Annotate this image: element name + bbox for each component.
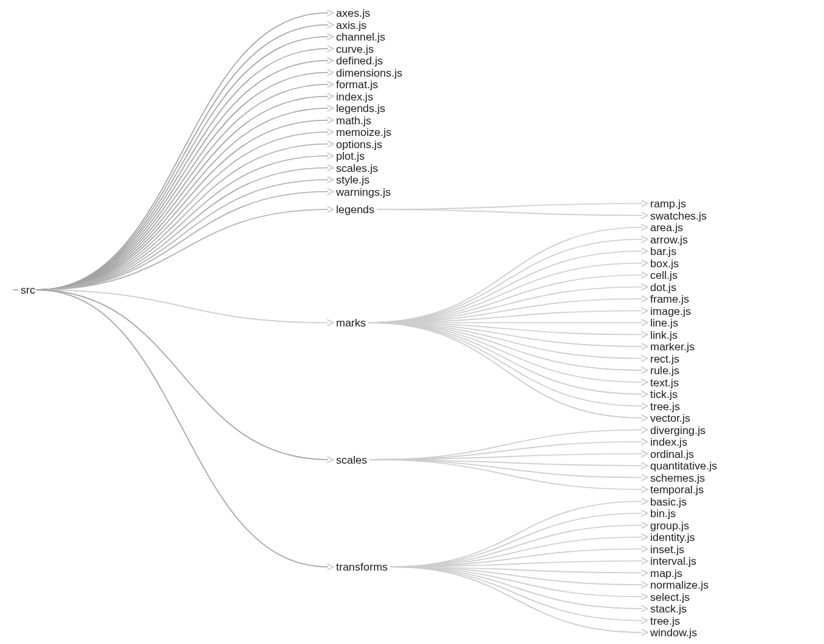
arrow-icon [642,249,648,254]
tree-link [37,37,328,290]
arrow-icon [642,618,648,623]
node-file-rect-js: rect.js [650,354,679,365]
arrow-icon [642,487,648,493]
tree-link [37,132,328,290]
tree-link [37,156,328,290]
node-file-tree-js: tree.js [650,616,680,627]
arrow-icon [328,129,333,135]
node-folder-transforms: transforms [336,562,388,573]
node-file-interval-js: interval.js [650,556,697,567]
node-file-axis-js: axis.js [336,20,366,31]
tree-link [368,323,642,418]
node-file-identity-js: identity.js [650,532,695,543]
arrow-icon [642,475,648,480]
arrow-icon [642,498,648,504]
node-file-window-js: window.js [650,627,697,638]
arrow-icon [328,177,333,183]
arrow-icon [642,236,648,242]
tree-link [368,323,642,335]
node-file-tree-js: tree.js [650,401,680,412]
node-file-style-js: style.js [336,175,370,185]
tree-link [368,251,642,323]
node-file-scales-js: scales.js [336,163,378,174]
node-file-legends-js: legends.js [336,103,386,114]
tree-link [390,502,642,567]
arrow-icon [642,427,648,433]
node-file-quantitative-js: quantitative.js [650,460,717,471]
arrow-icon [328,153,333,159]
tree-link [37,25,328,290]
node-file-tick-js: tick.js [650,389,678,400]
node-file-group-js: group.js [650,520,689,531]
arrow-icon [642,272,648,278]
arrow-icon [642,332,648,337]
arrow-icon [642,296,648,302]
tree-link [37,290,328,460]
tree-link [37,13,328,290]
tree-link [37,290,328,567]
node-file-basic-js: basic.js [650,497,687,507]
arrow-icon [642,320,648,326]
node-file-normalize-js: normalize.js [650,580,709,591]
node-folder-scales: scales [336,455,367,466]
tree-diagram: srcaxes.jsaxis.jschannel.jscurve.jsdefin… [0,0,824,644]
node-file-bin-js: bin.js [650,508,676,519]
arrow-icon [642,225,648,231]
tree-link [370,460,642,466]
node-file-defined-js: defined.js [336,55,383,66]
arrow-icon [328,22,333,28]
tree-link [390,537,642,567]
link-layer [0,0,824,644]
tree-link [377,209,642,215]
tree-link [37,49,328,290]
node-file-image-js: image.js [650,306,691,317]
arrow-icon [642,522,648,528]
node-file-bar-js: bar.js [650,246,677,257]
tree-link [368,275,642,323]
root-tick [13,289,18,290]
tree-link [37,180,328,290]
node-file-line-js: line.js [650,317,678,328]
node-file-link-js: link.js [650,330,678,341]
tree-link [368,227,642,323]
arrow-icon [642,546,648,552]
node-file-dot-js: dot.js [650,282,677,293]
arrow-icon [642,368,648,374]
node-file-arrow-js: arrow.js [650,234,688,245]
tree-link [390,567,642,596]
arrow-icon [328,207,333,213]
tree-link [37,84,328,290]
tree-link [390,513,642,567]
tree-link [390,526,642,567]
arrow-icon [642,606,648,612]
arrow-icon [328,58,333,64]
tree-link [390,549,642,567]
tree-link [370,460,642,478]
arrow-icon [642,511,648,516]
tree-link [368,263,642,323]
node-file-stack-js: stack.js [650,603,687,614]
node-file-marker-js: marker.js [650,341,695,352]
node-file-schemes-js: schemes.js [650,473,705,484]
tree-link [390,567,642,609]
tree-link [37,144,328,290]
node-file-swatches-js: swatches.js [650,211,707,222]
arrow-icon [642,379,648,385]
node-file-area-js: area.js [650,222,683,233]
arrow-icon [642,415,648,421]
node-file-map-js: map.js [650,568,682,579]
tree-link [390,567,642,585]
tree-link [368,323,642,383]
node-file-diverging-js: diverging.js [650,425,706,436]
tree-link [37,192,328,290]
arrow-icon [642,439,648,445]
node-file-select-js: select.js [650,592,689,603]
arrow-icon [328,70,333,75]
node-file-channel-js: channel.js [336,32,386,43]
node-file-math-js: math.js [336,115,371,126]
arrow-icon [328,46,333,52]
tree-link [368,299,642,323]
tree-link [37,290,328,323]
tree-link [390,561,642,567]
tree-link [368,323,642,406]
